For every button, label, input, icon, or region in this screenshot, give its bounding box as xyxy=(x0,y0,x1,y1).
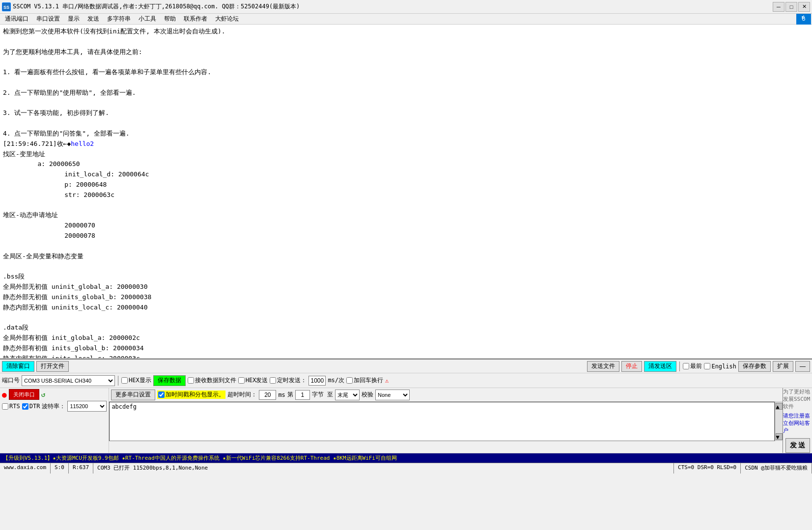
bottom-panel: 清除窗口 打开文件 发送文件 停止 清发送区 最前 English 保存参数 扩… xyxy=(0,359,812,453)
content-line xyxy=(3,118,809,129)
english-checkbox-label[interactable]: English xyxy=(704,363,736,370)
hex-display-label[interactable]: HEX显示 xyxy=(121,376,151,385)
send-text-input[interactable]: abcdefg xyxy=(109,402,775,441)
stop-button[interactable]: 停止 xyxy=(621,361,642,372)
recv-data-line: [21:59:46.721]收←◆hello2 xyxy=(3,139,809,149)
settings-icon[interactable] xyxy=(796,14,811,25)
end-select[interactable]: 末尾 xyxy=(335,390,360,400)
menu-multistring[interactable]: 多字符串 xyxy=(103,14,135,24)
close-window-button[interactable]: ✕ xyxy=(798,2,810,12)
menu-serial-settings[interactable]: 串口设置 xyxy=(32,14,64,24)
checksum-select[interactable]: None xyxy=(375,390,410,400)
most-front-checkbox-label[interactable]: 最前 xyxy=(683,362,702,370)
clear-send-button[interactable]: 清发送区 xyxy=(644,361,676,372)
content-line: 全局外部有初值 init_global_a: 2000002c xyxy=(3,333,809,343)
com-controls-row2: RTS DTR 波特率： 115200 xyxy=(2,401,107,412)
send-area: abcdefg ▲ ▼ xyxy=(109,402,783,441)
expand-button[interactable]: 扩展 xyxy=(773,361,793,372)
toolbar-row-2: 端口号 COM3 USB-SERIAL CH340 HEX显示 保存数据 接收数… xyxy=(0,373,812,388)
hex-display-checkbox[interactable] xyxy=(121,377,128,384)
menu-tools[interactable]: 小工具 xyxy=(135,14,160,24)
app-title: SSCOM V5.13.1 串口/网络数据调试器,作者:大虾丁丁,2618058… xyxy=(13,2,300,11)
content-line: 4. 点一下帮助里的"问答集", 全部看一遍. xyxy=(3,129,809,139)
byte-value[interactable] xyxy=(295,390,310,400)
main-display-area: 检测到您第一次使用本软件(没有找到ini配置文件, 本次退出时会自动生成). 为… xyxy=(0,25,812,359)
send-count: S:0 xyxy=(51,463,69,474)
timed-send-label[interactable]: 定时发送： xyxy=(270,376,307,385)
toolbar-row-3: 更多串口设置 加时间戳和分包显示。 超时时间： ms 第 字节 至 末尾 校验 xyxy=(109,388,783,402)
content-line: 3. 试一下各项功能, 初步得到了解. xyxy=(3,108,809,118)
menu-display[interactable]: 显示 xyxy=(64,14,84,24)
content-line: a: 20000650 xyxy=(3,159,809,169)
dtr-label[interactable]: DTR xyxy=(22,403,40,410)
refresh-icon[interactable]: ↺ xyxy=(41,391,45,398)
send-hint: 为了更好地发展SSCOM软件 xyxy=(783,388,812,410)
hex-send-checkbox[interactable] xyxy=(238,377,245,384)
content-line: 静态内部无初值 uninits_local_c: 20000040 xyxy=(3,303,809,313)
more-settings-button[interactable]: 更多串口设置 xyxy=(111,390,155,400)
timeout-label: 超时时间： xyxy=(227,391,257,399)
csdn-link[interactable]: CSDN @加菲猫不爱吃猫粮 xyxy=(741,463,812,474)
content-line: 全局外部无初值 uninit_global_a: 20000030 xyxy=(3,282,809,292)
content-line: .data段 xyxy=(3,323,809,333)
dtr-checkbox[interactable] xyxy=(22,403,28,410)
content-line xyxy=(3,98,809,109)
menu-help[interactable]: 帮助 xyxy=(160,14,180,24)
send-button[interactable]: 发 送 xyxy=(785,438,810,453)
ad-bar: 【升级到V5.13.1】★大资源MCU开发板9.9包邮 ★RT-Thread中国… xyxy=(0,453,812,463)
most-front-checkbox[interactable] xyxy=(683,363,689,369)
menu-forum[interactable]: 大虾论坛 xyxy=(211,14,243,24)
english-checkbox[interactable] xyxy=(704,363,710,369)
menu-send[interactable]: 发送 xyxy=(84,14,103,24)
content-line: 找区-变里地址 xyxy=(3,149,809,160)
send-button-area: 为了更好地发展SSCOM软件 请您注册嘉立创网站客户 发 送 xyxy=(783,388,812,453)
menu-comm-port[interactable]: 通讯端口 xyxy=(1,14,32,24)
timestamp-checkbox[interactable] xyxy=(158,391,165,398)
error-icon: ⚠ xyxy=(385,377,389,384)
crlf-label[interactable]: 加回车换行 xyxy=(346,376,383,385)
rts-checkbox[interactable] xyxy=(2,403,8,410)
maximize-button[interactable]: □ xyxy=(785,2,797,12)
collapse-button[interactable]: — xyxy=(795,361,810,372)
open-file-button[interactable]: 打开文件 xyxy=(36,361,69,372)
send-scrollbar[interactable]: ▲ ▼ xyxy=(775,402,783,441)
app-icon: SS xyxy=(2,2,11,11)
crlf-checkbox[interactable] xyxy=(346,377,353,384)
recv-to-file-label[interactable]: 接收数据到文件 xyxy=(188,376,236,385)
checksum-label: 校验 xyxy=(362,391,373,399)
scroll-down-btn[interactable]: ▼ xyxy=(776,433,783,440)
content-line xyxy=(3,57,809,67)
close-port-button[interactable]: 关闭串口 xyxy=(9,389,39,400)
timed-send-checkbox[interactable] xyxy=(270,377,276,384)
minimize-button[interactable]: ─ xyxy=(773,2,784,12)
timed-send-value[interactable] xyxy=(308,376,326,386)
content-line: 静态内部有初值 inits_local_c: 2000003c xyxy=(3,354,809,359)
svg-text:SS: SS xyxy=(3,5,9,10)
timestamp-label[interactable]: 加时间戳和分包显示。 xyxy=(157,391,225,399)
cts-status: CTS=0 DSR=0 RLSD=0 xyxy=(674,463,741,474)
timeout-unit: ms xyxy=(278,391,285,398)
content-line xyxy=(3,37,809,47)
rts-label[interactable]: RTS xyxy=(2,403,20,410)
com-status: COM3 已打开 115200bps,8,1,None,None xyxy=(93,463,674,474)
timeout-value[interactable] xyxy=(259,390,276,400)
baud-select[interactable]: 115200 xyxy=(67,401,107,412)
recv-to-file-checkbox[interactable] xyxy=(188,377,194,384)
content-line: p: 20000648 xyxy=(3,180,809,190)
content-line: 1. 看一遍面板有些什么按钮, 看一遍各项菜单和子菜单里有些什么内容. xyxy=(3,67,809,78)
port-label: 端口号 xyxy=(2,376,20,385)
content-line: 20000078 xyxy=(3,231,809,241)
save-data-button[interactable]: 保存数据 xyxy=(153,375,186,386)
content-line: 全局区-全局变量和静态变量 xyxy=(3,251,809,262)
clear-window-button[interactable]: 清除窗口 xyxy=(2,361,34,372)
window-controls: ─ □ ✕ xyxy=(773,2,810,12)
website-link[interactable]: www.daxia.com xyxy=(0,463,51,474)
send-file-button[interactable]: 发送文件 xyxy=(587,361,619,372)
menu-contact[interactable]: 联系作者 xyxy=(180,14,211,24)
save-params-button[interactable]: 保存参数 xyxy=(738,361,771,372)
port-select[interactable]: COM3 USB-SERIAL CH340 xyxy=(22,375,115,386)
menubar: 通讯端口 串口设置 显示 发送 多字符串 小工具 帮助 联系作者 大虾论坛 xyxy=(0,14,812,25)
hex-send-label[interactable]: HEX发送 xyxy=(238,376,268,385)
send-hint2: 请您注册嘉立创网站客户 xyxy=(783,412,812,434)
scroll-up-btn[interactable]: ▲ xyxy=(776,403,783,410)
